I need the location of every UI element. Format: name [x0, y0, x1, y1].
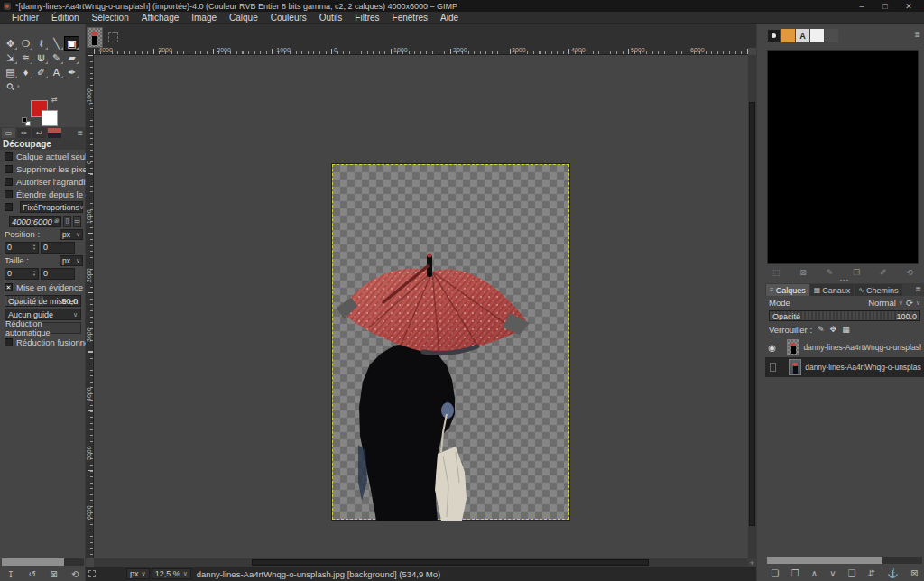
dock-tab[interactable] — [825, 29, 838, 42]
minimize-button[interactable]: – — [850, 2, 873, 11]
dock-tab[interactable] — [48, 128, 61, 138]
dock-menu-icon[interactable]: ≣ — [77, 129, 83, 137]
allow-growing-checkbox[interactable]: Autoriser l'agrandissement — [0, 175, 86, 188]
expand-from-center-checkbox[interactable]: Étendre depuis le centre — [0, 188, 86, 200]
landscape-button[interactable]: ▭ — [73, 216, 81, 227]
swap-colors-icon[interactable]: ⇄ — [51, 96, 58, 104]
brush-preview-area[interactable] — [767, 50, 919, 264]
highlight-checkbox[interactable]: ✕Mise en évidence — [0, 281, 86, 293]
lock-icon[interactable]: ▦ — [842, 325, 850, 334]
layer-action-button[interactable]: ⊠ — [910, 568, 918, 578]
aspect-ratio-input[interactable]: 4000:6000 ⊗ — [9, 216, 61, 227]
image-canvas[interactable] — [332, 164, 569, 520]
horizontal-scrollbar[interactable] — [94, 558, 748, 567]
layer-action-button[interactable]: ❑ — [848, 568, 856, 578]
layers-scrollbar[interactable] — [767, 557, 922, 564]
vertical-scrollbar[interactable] — [748, 55, 756, 558]
dock-tab[interactable]: ✑ — [17, 128, 31, 138]
layer-action-button[interactable]: ∧ — [811, 568, 818, 578]
brush-action-button[interactable]: ✎ — [827, 268, 834, 277]
tool-button[interactable]: ❍ — [18, 36, 33, 51]
tool-button[interactable]: ⇲ — [3, 51, 18, 65]
layer-action-button[interactable]: ⚓ — [887, 568, 898, 578]
layer-action-button[interactable]: ∨ — [829, 568, 836, 578]
layers-dock-tab[interactable]: ≡ Calques — [766, 284, 809, 296]
preset-button[interactable]: ↺ — [28, 569, 35, 579]
size-unit-dropdown[interactable]: px ∨ — [60, 255, 83, 266]
layers-dock-tab[interactable]: ▦ Canaux — [810, 284, 855, 296]
layer-action-button[interactable]: ❏ — [772, 568, 780, 578]
dock-tab[interactable] — [781, 29, 795, 42]
tool-button[interactable]: ⋓ — [33, 51, 49, 65]
preset-button[interactable]: ⊠ — [50, 569, 57, 579]
tool-button[interactable]: ╲ — [49, 36, 64, 51]
navigation-button[interactable]: ✛ — [748, 558, 756, 567]
layer-row[interactable]: ◉ danny-lines-Aa4rtWnqg-o-unsplash.jpg [… — [765, 337, 924, 357]
dock-splitter[interactable] — [756, 24, 765, 581]
menu-item[interactable]: Couleurs — [264, 12, 313, 24]
tool-button[interactable]: ✒ — [64, 65, 79, 79]
size-y-input[interactable]: 0 — [41, 268, 75, 280]
clear-icon[interactable]: ⊗ — [53, 217, 59, 225]
brush-action-button[interactable]: ⟲ — [906, 268, 913, 277]
lock-icon[interactable]: ✎ — [818, 325, 825, 334]
blend-space-icon[interactable]: ⟳ — [906, 298, 913, 308]
menu-item[interactable]: Édition — [45, 12, 86, 24]
tool-button[interactable]: A — [49, 65, 64, 79]
brush-action-button[interactable]: ⬚ — [772, 268, 781, 277]
menu-item[interactable]: Aide — [434, 12, 465, 24]
fixed-dropdown[interactable]: Fixé Proportions ∨ — [20, 201, 83, 213]
image-tab-thumbnail[interactable] — [87, 27, 103, 48]
brush-action-button[interactable]: ⊠ — [799, 268, 807, 277]
maximize-button[interactable]: □ — [873, 2, 897, 11]
tool-button[interactable]: ℓ — [33, 36, 49, 51]
position-y-input[interactable]: 0 — [41, 242, 75, 254]
tool-button[interactable]: ▣ — [64, 36, 79, 51]
layer-action-button[interactable]: ⇵ — [868, 568, 875, 578]
tool-button[interactable]: ♦ — [18, 65, 33, 79]
dock-tab[interactable]: A — [796, 29, 809, 42]
dock-tab[interactable]: ▭ — [2, 128, 15, 138]
menu-item[interactable]: Calque — [223, 12, 264, 24]
mode-dropdown[interactable]: Normal — [868, 298, 896, 308]
menu-item[interactable]: Fichier — [5, 12, 45, 24]
quick-mask-toggle-icon[interactable] — [88, 570, 96, 577]
tool-button[interactable]: ▰ — [64, 51, 79, 65]
highlight-opacity-slider[interactable]: Opacité de mise en … 50,0 — [5, 295, 81, 307]
menu-item[interactable]: Outils — [313, 12, 349, 24]
auto-shrink-button[interactable]: Réduction automatique — [5, 322, 81, 334]
menu-item[interactable]: Sélection — [86, 12, 135, 24]
lock-icon[interactable]: ✥ — [830, 325, 837, 334]
dock-tab[interactable] — [810, 29, 824, 42]
current-layer-only-checkbox[interactable]: Calque actuel seulement — [0, 150, 86, 162]
tool-button[interactable]: ≋ — [18, 51, 33, 65]
tool-button[interactable]: ✥ — [3, 36, 18, 51]
zoom-dropdown[interactable]: 12,5 % ∨ — [152, 568, 191, 579]
visibility-toggle[interactable] — [770, 363, 776, 372]
unit-dropdown[interactable]: px ∨ — [126, 568, 150, 579]
brush-action-button[interactable]: ❐ — [853, 268, 860, 277]
dock-menu-icon[interactable]: ≣ — [915, 285, 921, 293]
tool-options-scrollbar[interactable] — [2, 558, 84, 566]
menu-item[interactable]: Filtres — [348, 12, 385, 24]
visibility-toggle[interactable]: ◉ — [768, 343, 776, 353]
tool-button[interactable]: ✐ — [33, 65, 49, 79]
background-color-swatch[interactable] — [42, 110, 58, 126]
tool-button[interactable]: ✎ — [49, 51, 64, 65]
spinner-arrows-icon[interactable]: ▲▼ — [32, 270, 36, 277]
dock-menu-icon[interactable]: ≣ — [914, 31, 920, 39]
dock-tab[interactable]: ↩ — [32, 128, 46, 138]
preset-button[interactable]: ↧ — [7, 569, 14, 579]
spinner-arrows-icon[interactable]: ▲▼ — [32, 244, 36, 251]
size-x-input[interactable]: 0 ▲▼ — [5, 268, 39, 280]
portrait-button[interactable]: ▯ — [63, 216, 71, 227]
default-colors-icon[interactable] — [22, 117, 31, 126]
shrink-merged-checkbox[interactable]: Réduction fusionnée — [0, 336, 86, 348]
brush-action-button[interactable]: ✐ — [880, 268, 887, 277]
menu-item[interactable]: Fenêtres — [386, 12, 434, 24]
dock-tab[interactable] — [767, 29, 781, 42]
menu-item[interactable]: Affichage — [135, 12, 186, 24]
preset-button[interactable]: ⟲ — [71, 569, 79, 579]
opacity-slider[interactable]: Opacité 100.0 — [769, 310, 920, 321]
position-unit-dropdown[interactable]: px ∨ — [60, 229, 83, 240]
